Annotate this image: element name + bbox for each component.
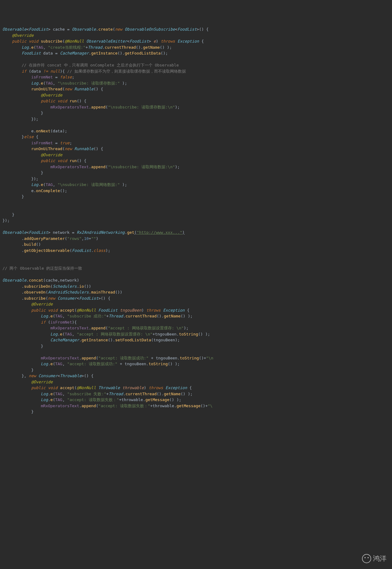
comment: // 在操作符 concat 中，只有调用 onComplete 之后才会执行下… — [22, 63, 179, 67]
comment: // 两个 Observable 的泛型应当保持一致 — [2, 266, 82, 271]
code-block: Observable<FoodList> cache = Observable.… — [2, 26, 390, 415]
type: Observable — [2, 27, 26, 32]
annotation-override: @Override — [12, 33, 33, 38]
